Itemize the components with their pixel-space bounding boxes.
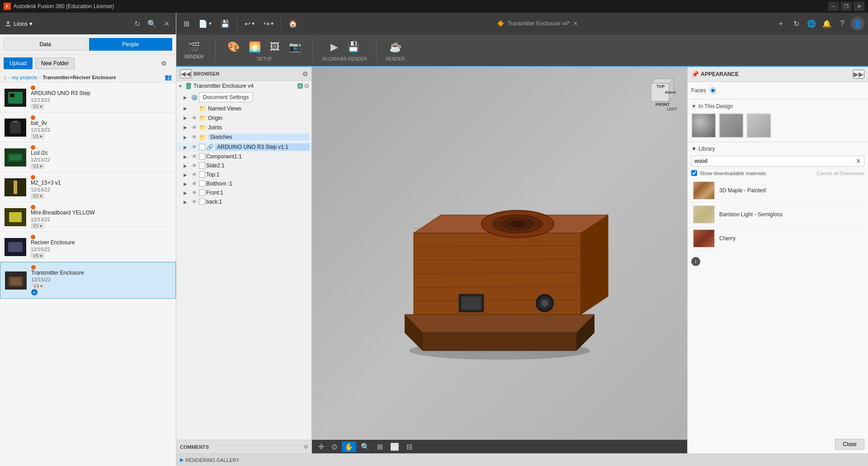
- new-folder-button[interactable]: New Folder: [35, 57, 75, 69]
- faces-radio[interactable]: [710, 87, 716, 94]
- profile-button[interactable]: 👤: [851, 17, 864, 30]
- globe-button[interactable]: 🌐: [805, 17, 818, 30]
- visibility-icon[interactable]: 👁: [191, 134, 198, 140]
- grid-settings-button[interactable]: ⊟: [404, 442, 415, 452]
- visibility-icon[interactable]: 👁: [191, 115, 198, 121]
- tree-arrow[interactable]: ▶: [184, 125, 190, 130]
- tree-item[interactable]: ▶ 👁 Side2:1: [176, 161, 311, 170]
- notification-button[interactable]: 🔔: [820, 17, 834, 30]
- tree-arrow[interactable]: ▶: [184, 95, 190, 100]
- restore-button[interactable]: ❐: [841, 2, 852, 11]
- visibility-icon[interactable]: 👁: [191, 124, 198, 131]
- grid-view-button[interactable]: ⊞: [180, 15, 193, 32]
- tab-data[interactable]: Data: [4, 38, 87, 51]
- list-item[interactable]: Lcd i2c 12/13/22 V1 ▾: [0, 143, 176, 172]
- canvas-options-button[interactable]: 💾: [344, 39, 362, 55]
- visibility-checkbox[interactable]: [199, 144, 205, 150]
- tree-item[interactable]: ▼ Transmitter Enclosure v4 A ⚙: [176, 81, 311, 91]
- visibility-checkbox[interactable]: [199, 181, 205, 187]
- visibility-checkbox[interactable]: [199, 162, 205, 169]
- visibility-icon[interactable]: 👁: [191, 181, 198, 187]
- browser-options-icon[interactable]: ⊙: [302, 70, 308, 77]
- tree-item[interactable]: ▶ ⚙️ Document Settings: [176, 91, 311, 104]
- material-item[interactable]: Bamboo Light - Semigloss: [691, 203, 864, 227]
- display-settings-button[interactable]: ⬜: [387, 442, 402, 452]
- tree-item[interactable]: ▶ 👁 📁 Joints: [176, 123, 311, 132]
- tree-arrow[interactable]: ▶: [184, 181, 190, 186]
- swatch-gray2[interactable]: [746, 113, 771, 138]
- projects-link[interactable]: my projects: [12, 75, 37, 80]
- library-header[interactable]: ▼ Library: [691, 146, 864, 152]
- zoom-options-button[interactable]: ⊞: [374, 442, 386, 452]
- visibility-checkbox[interactable]: [199, 199, 205, 205]
- search-clear-button[interactable]: ✕: [853, 157, 864, 165]
- tree-item[interactable]: ▶ 👁 back:1: [176, 197, 311, 206]
- title-close-icon[interactable]: ✕: [573, 20, 578, 27]
- tree-arrow[interactable]: ▶: [184, 145, 190, 150]
- document-button[interactable]: 📄 ▾: [195, 15, 215, 32]
- tree-item[interactable]: ▶ 👁 🔗 ARDUINO UNO R3 Step v1:1: [176, 142, 311, 152]
- tree-item[interactable]: ▶ 👁 📁 Sketches: [176, 132, 311, 142]
- materials-button[interactable]: 🎨: [225, 39, 242, 55]
- library-search-input[interactable]: [692, 156, 853, 166]
- list-item[interactable]: Mini-Breadboard YELLOW 12/13/22 V1 ▾: [0, 202, 176, 232]
- visibility-icon[interactable]: 👁: [191, 144, 198, 150]
- list-item[interactable]: Transmitter Enclosure 12/15/22 V4 ▾ A: [0, 262, 176, 299]
- visibility-checkbox[interactable]: [199, 190, 205, 196]
- tree-arrow[interactable]: ▶: [184, 106, 190, 111]
- refresh-sidebar-button[interactable]: ↻: [132, 18, 142, 30]
- team-name[interactable]: Lions ▾: [5, 20, 33, 27]
- visibility-checkbox[interactable]: [199, 153, 205, 160]
- browser-collapse-button[interactable]: ◀◀: [180, 69, 192, 78]
- refresh-button[interactable]: ↻: [789, 17, 803, 30]
- visibility-icon[interactable]: 👁: [191, 153, 198, 160]
- help-button[interactable]: ?: [835, 17, 849, 30]
- pin-icon[interactable]: 📌: [691, 71, 699, 78]
- swatch-gray1[interactable]: [719, 113, 744, 138]
- tree-arrow[interactable]: ▶: [184, 200, 190, 204]
- in-canvas-render-button[interactable]: ▶: [328, 39, 341, 55]
- cancel-downloads-link[interactable]: Cancel all Downloads: [816, 171, 864, 176]
- appearance-expand-button[interactable]: ▶▶: [853, 70, 864, 79]
- close-button[interactable]: Close: [835, 439, 864, 450]
- tree-arrow[interactable]: ▶: [184, 115, 190, 120]
- settings-button[interactable]: ⚙: [156, 57, 172, 69]
- home-icon[interactable]: ⌂: [4, 75, 7, 80]
- tree-arrow[interactable]: ▶: [184, 190, 190, 195]
- zoom-tool-button[interactable]: 🔍: [358, 442, 373, 452]
- undo-button[interactable]: ↩ ▾: [241, 15, 258, 32]
- tree-item[interactable]: ▶ 👁 Botthom :1: [176, 179, 311, 188]
- search-sidebar-button[interactable]: 🔍: [146, 18, 158, 30]
- redo-button[interactable]: ↪ ▾: [260, 15, 277, 32]
- material-item[interactable]: Cherry: [691, 227, 864, 251]
- minimize-button[interactable]: ─: [828, 2, 839, 11]
- visibility-checkbox[interactable]: [199, 171, 205, 178]
- add-button[interactable]: ＋: [774, 17, 788, 30]
- visibility-icon[interactable]: 👁: [191, 171, 198, 178]
- pan-tool-button[interactable]: ✋: [342, 442, 356, 452]
- viewcube[interactable]: TOP FRONT RIGHT LEFT: [642, 74, 678, 110]
- breadcrumb-settings-button[interactable]: 👥: [165, 74, 172, 81]
- info-button[interactable]: i: [691, 257, 700, 266]
- list-item[interactable]: bat_9v 12/13/22 V1 ▾: [0, 113, 176, 143]
- tree-arrow[interactable]: ▼: [178, 84, 184, 89]
- close-sidebar-button[interactable]: ✕: [162, 18, 171, 30]
- visibility-icon[interactable]: 👁: [191, 162, 198, 169]
- section-header[interactable]: ▼ In This Design: [691, 103, 864, 109]
- tree-arrow[interactable]: ▶: [184, 135, 190, 140]
- save-button[interactable]: 💾: [217, 15, 233, 32]
- 3d-viewport[interactable]: TOP FRONT RIGHT LEFT: [312, 67, 687, 453]
- move-tool-button[interactable]: ✛: [316, 442, 327, 452]
- tree-item[interactable]: ▶ 👁 Component1:1: [176, 152, 311, 161]
- comments-expand-icon[interactable]: ⊙: [304, 444, 308, 450]
- orbit-tool-button[interactable]: ⊙: [329, 442, 340, 452]
- document-settings-button[interactable]: Document Settings: [199, 92, 253, 102]
- render-camera-button[interactable]: 📷: [286, 39, 304, 55]
- tree-arrow[interactable]: ▶: [184, 154, 190, 159]
- tree-item[interactable]: ▶ 📁 Named Views: [176, 104, 311, 113]
- visibility-icon[interactable]: 👁: [191, 190, 198, 196]
- close-button[interactable]: ✕: [854, 2, 864, 11]
- scene-settings-button[interactable]: 🖼: [267, 39, 283, 55]
- visibility-icon[interactable]: 👁: [191, 199, 198, 205]
- upload-button[interactable]: Upload: [4, 57, 33, 69]
